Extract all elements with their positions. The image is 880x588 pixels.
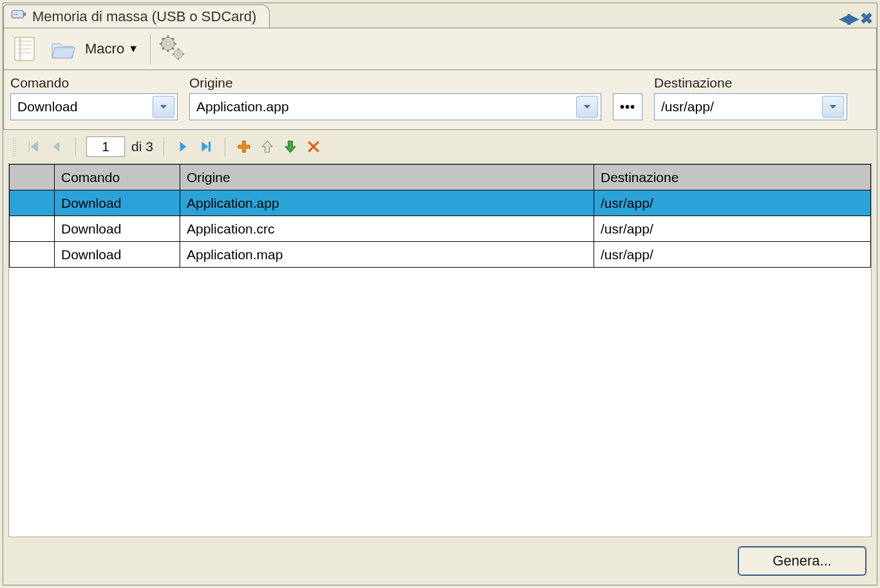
separator [150,33,151,64]
table-row[interactable]: DownloadApplication.app/usr/app/ [10,190,871,216]
prev-record-button[interactable] [48,138,65,155]
row-handle[interactable] [10,216,55,242]
move-down-button[interactable] [282,138,299,155]
destinazione-value: /usr/app/ [661,99,822,115]
browse-button[interactable]: ••• [613,93,642,120]
grip-icon [12,137,16,156]
next-record-button[interactable] [174,138,191,155]
svg-point-11 [166,42,170,46]
table-row[interactable]: DownloadApplication.crc/usr/app/ [10,216,871,242]
svg-line-16 [162,38,164,40]
table-header-row: Comando Origine Destinazione [10,165,871,190]
row-handle[interactable] [10,190,55,216]
row-header-blank [10,165,55,190]
destinazione-label: Destinazione [654,75,847,91]
chevron-down-icon [822,96,844,118]
destinazione-select[interactable]: /usr/app/ [654,93,847,120]
col-origine[interactable]: Origine [180,165,594,190]
generate-button[interactable]: Genera... [738,546,866,576]
cell-destinazione[interactable]: /usr/app/ [594,190,871,216]
tab-nav-arrows-icon[interactable]: ◀▶ [839,10,856,27]
origine-select[interactable]: Application.app [189,93,601,120]
close-icon[interactable]: ✖ [860,10,873,28]
macro-label: Macro [85,41,124,57]
cell-destinazione[interactable]: /usr/app/ [594,242,871,268]
page-total: di 3 [131,139,153,154]
svg-line-18 [162,48,164,50]
cell-comando[interactable]: Download [55,190,180,216]
origine-label: Origine [189,75,601,91]
svg-line-19 [172,38,174,40]
commands-table: Comando Origine Destinazione DownloadApp… [8,163,872,537]
cell-origine[interactable]: Application.app [180,190,594,216]
comando-select[interactable]: Download [10,93,178,120]
comando-label: Comando [10,75,178,91]
last-record-button[interactable] [198,138,214,155]
move-up-button[interactable] [259,138,276,155]
svg-line-17 [172,48,174,50]
svg-point-3 [16,14,17,15]
first-record-button[interactable] [25,138,42,155]
svg-rect-0 [12,10,23,17]
cell-destinazione[interactable]: /usr/app/ [594,216,871,242]
tab-bar: Memoria di massa (USB o SDCard) ◀▶ ✖ [3,3,877,28]
new-list-button[interactable] [8,32,42,66]
cell-comando[interactable]: Download [55,242,180,268]
cell-origine[interactable]: Application.crc [180,216,594,242]
comando-value: Download [17,99,153,115]
col-comando[interactable]: Comando [55,165,180,190]
toolbar: Macro ▼ [3,28,877,70]
tab-mass-storage[interactable]: Memoria di massa (USB o SDCard) [3,5,270,28]
chevron-down-icon: ▼ [128,43,138,55]
open-folder-button[interactable] [45,32,80,66]
separator [75,137,76,156]
macro-dropdown[interactable]: Macro ▼ [82,32,145,66]
table-row[interactable]: DownloadApplication.map/usr/app/ [10,242,871,268]
separator [164,137,164,156]
ellipsis-icon: ••• [620,100,635,115]
settings-button[interactable] [156,32,191,66]
svg-point-21 [177,53,180,55]
row-handle[interactable] [10,242,55,268]
delete-button[interactable] [305,138,322,155]
origine-value: Application.app [196,99,576,115]
separator [225,137,225,156]
chevron-down-icon [153,96,174,118]
cell-origine[interactable]: Application.map [180,242,594,268]
col-destinazione[interactable]: Destinazione [594,165,871,190]
tab-title: Memoria di massa (USB o SDCard) [32,8,256,25]
svg-rect-1 [23,12,26,15]
page-input[interactable] [86,136,125,157]
device-icon [10,6,27,27]
chevron-down-icon [576,96,598,118]
add-button[interactable] [236,138,252,155]
form-panel: Comando Download Origine Application.app… [3,70,877,130]
cell-comando[interactable]: Download [55,216,180,242]
record-navigator: di 3 [3,130,877,163]
svg-point-2 [14,14,15,15]
footer: Genera... [3,537,877,585]
